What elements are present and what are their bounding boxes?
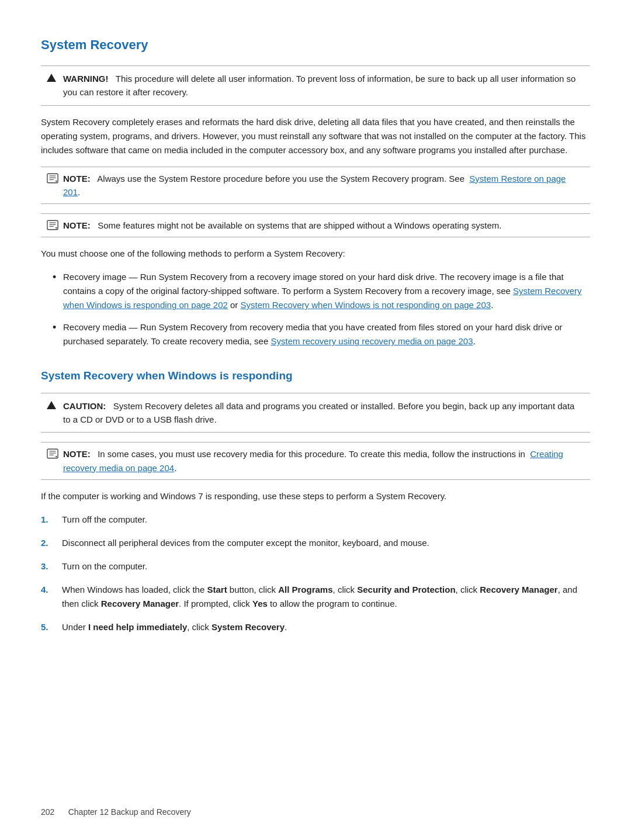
- warning-body: This procedure will delete all user info…: [63, 74, 575, 97]
- note-3-body: In some cases, you must use recovery med…: [98, 449, 525, 459]
- caution-body: System Recovery deletes all data and pro…: [63, 401, 574, 424]
- step-5: 5. Under I need help immediately, click …: [41, 620, 590, 634]
- note-icon-3: [47, 448, 58, 459]
- note-3-label: NOTE:: [63, 449, 91, 459]
- step-2-text: Disconnect all peripheral devices from t…: [62, 536, 429, 550]
- note-1-label: NOTE:: [63, 174, 91, 184]
- note-icon-2: [47, 220, 58, 230]
- step-4-text: When Windows has loaded, click the Start…: [62, 583, 590, 611]
- body-text-1: System Recovery completely erases and re…: [41, 115, 590, 157]
- bullet-list: Recovery image — Run System Recovery fro…: [53, 270, 590, 348]
- note-icon-1: [47, 173, 58, 184]
- note-box-2: NOTE: Some features might not be availab…: [41, 213, 590, 237]
- note-2-body: Some features might not be available on …: [98, 220, 501, 230]
- step-num-2: 2.: [41, 536, 54, 550]
- bullet-item-1-text: Recovery image — Run System Recovery fro…: [63, 272, 582, 310]
- note-box-3: NOTE: In some cases, you must use recove…: [41, 442, 590, 480]
- page-heading-1: System Recovery: [41, 35, 590, 57]
- bullet-link-1b[interactable]: System Recovery when Windows is not resp…: [241, 300, 491, 310]
- note-box-1: NOTE: Always use the System Restore proc…: [41, 167, 590, 205]
- caution-label: CAUTION:: [63, 401, 106, 411]
- list-item: Recovery image — Run System Recovery fro…: [53, 270, 590, 312]
- bullet-link-2a[interactable]: System recovery using recovery media on …: [271, 336, 473, 346]
- steps-list: 1. Turn off the computer. 2. Disconnect …: [41, 513, 590, 634]
- bullet-item-2-text: Recovery media — Run System Recovery fro…: [63, 322, 563, 346]
- step-num-3: 3.: [41, 559, 54, 573]
- note-1-text: NOTE: Always use the System Restore proc…: [63, 172, 582, 199]
- note-2-label: NOTE:: [63, 220, 91, 230]
- step-5-text: Under I need help immediately, click Sys…: [62, 620, 287, 634]
- warning-label: WARNING!: [63, 74, 109, 84]
- step-num-1: 1.: [41, 513, 54, 527]
- list-item: Recovery media — Run System Recovery fro…: [53, 320, 590, 348]
- page-heading-2: System Recovery when Windows is respondi…: [41, 367, 590, 384]
- step-2: 2. Disconnect all peripheral devices fro…: [41, 536, 590, 550]
- step-3-text: Turn on the computer.: [62, 559, 147, 573]
- warning-text: WARNING! This procedure will delete all …: [63, 72, 582, 99]
- note-2-text: NOTE: Some features might not be availab…: [63, 219, 501, 232]
- step-1: 1. Turn off the computer.: [41, 513, 590, 527]
- note-3-suffix: .: [174, 463, 176, 473]
- note-1-body: Always use the System Restore procedure …: [97, 174, 464, 184]
- note-3-text: NOTE: In some cases, you must use recove…: [63, 447, 582, 475]
- step-num-5: 5.: [41, 620, 54, 634]
- warning-box: WARNING! This procedure will delete all …: [41, 65, 590, 106]
- body-text-3: If the computer is working and Windows 7…: [41, 489, 590, 503]
- step-1-text: Turn off the computer.: [62, 513, 147, 527]
- step-num-4: 4.: [41, 583, 54, 597]
- step-4: 4. When Windows has loaded, click the St…: [41, 583, 590, 611]
- warning-triangle-icon: [47, 74, 56, 82]
- caution-triangle-icon: [47, 401, 56, 409]
- body-text-2: You must choose one of the following met…: [41, 247, 590, 261]
- step-3: 3. Turn on the computer.: [41, 559, 590, 573]
- caution-text: CAUTION: System Recovery deletes all dat…: [63, 399, 582, 427]
- caution-box: CAUTION: System Recovery deletes all dat…: [41, 393, 590, 433]
